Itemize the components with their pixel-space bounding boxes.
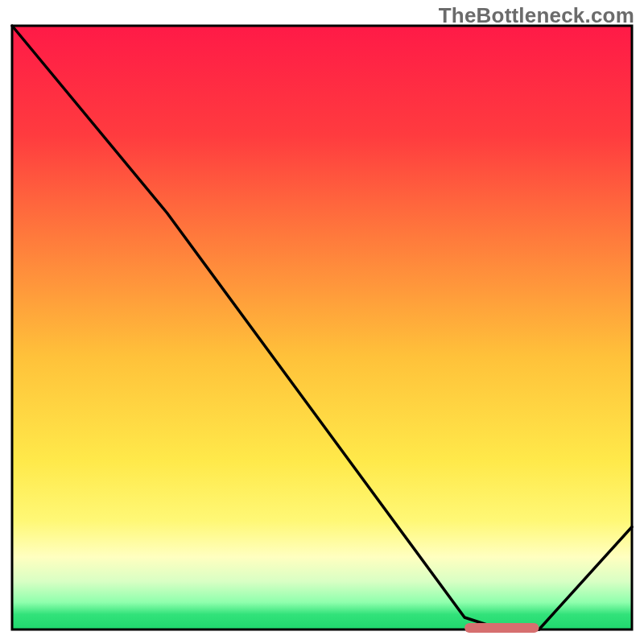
chart-container: TheBottleneck.com <box>0 0 644 644</box>
optimal-marker <box>464 623 539 633</box>
plot-background <box>12 26 632 630</box>
bottleneck-chart <box>0 0 644 644</box>
